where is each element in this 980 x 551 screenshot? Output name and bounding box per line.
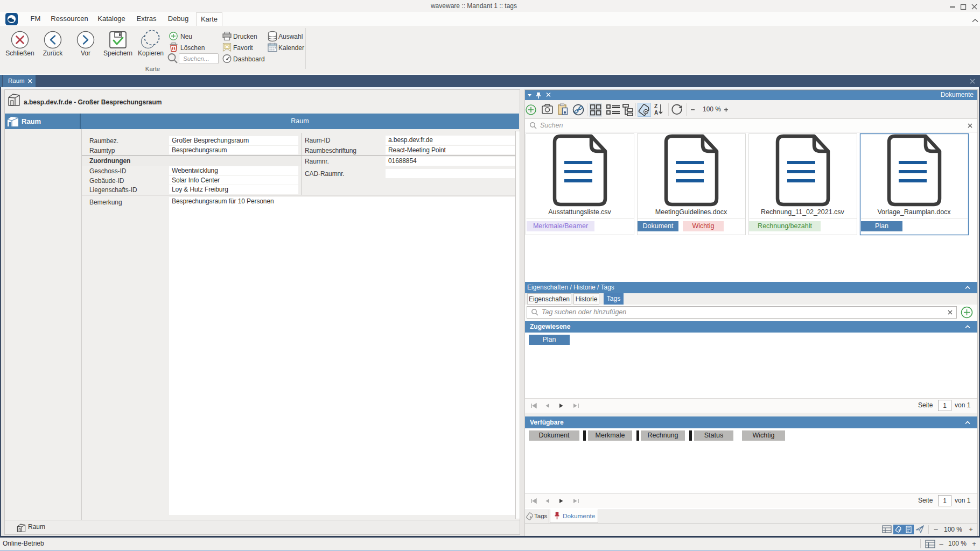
svg-text:A: A — [654, 110, 658, 116]
svg-text:Z: Z — [654, 103, 657, 109]
